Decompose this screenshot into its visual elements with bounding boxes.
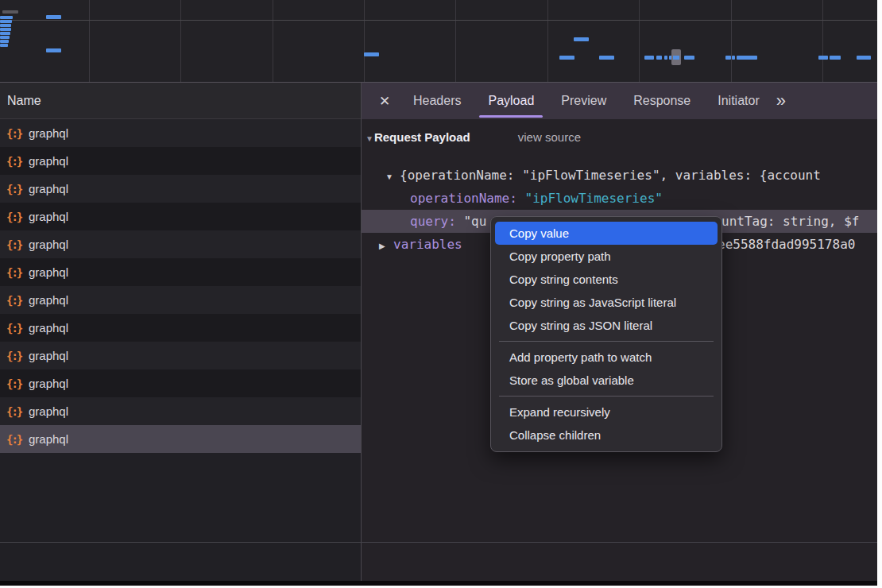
operation-name-row[interactable]: operationName: "ipFlowTimeseries" xyxy=(362,187,877,210)
grid-line xyxy=(822,0,823,82)
request-name: graphql xyxy=(29,432,68,446)
request-timing-bar xyxy=(644,56,654,60)
request-timing-bar xyxy=(0,40,9,43)
window-bottom-edge xyxy=(0,581,877,586)
section-title: Request Payload xyxy=(374,130,470,144)
request-name: graphql xyxy=(29,126,68,140)
request-timing-bar xyxy=(732,56,735,60)
context-menu-item[interactable]: Copy string contents xyxy=(495,268,718,291)
request-row[interactable]: graphql xyxy=(0,425,361,453)
request-timing-bar xyxy=(737,56,757,60)
request-timing-bar xyxy=(0,36,10,39)
request-row[interactable]: graphql xyxy=(0,286,361,314)
fetch-json-icon xyxy=(6,294,27,307)
request-timing-bar xyxy=(2,10,18,14)
context-menu-item[interactable] xyxy=(499,341,714,342)
expand-triangle-icon[interactable]: ▼ xyxy=(385,165,400,187)
property-key: variables xyxy=(393,237,462,252)
network-overview-timeline[interactable] xyxy=(0,0,877,83)
request-row[interactable]: graphql xyxy=(0,119,361,147)
summary-divider xyxy=(0,542,877,543)
menu-item-label: Copy string contents xyxy=(509,273,618,286)
request-name: graphql xyxy=(29,210,68,223)
property-key: operationName: xyxy=(410,191,517,206)
property-value-right: untTag: string, $f xyxy=(721,210,859,233)
request-row[interactable]: graphql xyxy=(0,314,361,342)
request-timing-bar xyxy=(818,56,828,60)
more-tabs-icon[interactable]: » xyxy=(776,83,786,119)
request-timing-bar xyxy=(830,56,841,60)
grid-line xyxy=(639,0,640,82)
overview-lane-divider xyxy=(0,20,877,21)
fetch-json-icon xyxy=(6,377,27,390)
menu-item-label: Store as global variable xyxy=(509,373,634,387)
detail-tab-bar: ✕ Headers Payload Preview Response Initi… xyxy=(362,83,877,119)
request-timing-bar xyxy=(0,44,8,47)
request-timing-bar xyxy=(0,20,12,23)
property-value-left: "qu xyxy=(463,214,486,229)
detail-tab[interactable]: Headers xyxy=(400,83,474,119)
detail-tab[interactable]: Payload xyxy=(474,83,547,119)
request-row[interactable]: graphql xyxy=(0,258,361,286)
context-menu-item[interactable]: Copy value xyxy=(495,222,718,245)
view-source-link[interactable]: view source xyxy=(518,130,581,144)
request-payload-section-header[interactable]: ▼ Request Payload view source xyxy=(366,130,581,144)
expand-triangle-icon[interactable]: ▶ xyxy=(379,234,393,256)
object-preview-text: {operationName: "ipFlowTimeseries", vari… xyxy=(400,168,821,183)
fetch-json-icon xyxy=(6,322,27,335)
grid-line xyxy=(364,0,365,82)
request-row[interactable]: graphql xyxy=(0,230,361,258)
detail-tab[interactable]: Preview xyxy=(547,83,620,119)
request-timing-bar xyxy=(725,56,731,60)
fetch-json-icon xyxy=(6,155,27,168)
menu-item-label: Copy value xyxy=(509,226,569,240)
detail-tab[interactable]: Initiator xyxy=(704,83,772,119)
menu-item-label: Copy property path xyxy=(509,250,611,263)
request-timing-bar xyxy=(684,56,694,60)
payload-root-row[interactable]: ▼{operationName: "ipFlowTimeseries", var… xyxy=(362,164,877,187)
request-timing-bar xyxy=(574,37,589,41)
detail-tab[interactable]: Response xyxy=(620,83,704,119)
request-timing-bar xyxy=(857,56,871,60)
request-rows: graphql graphql graphql graphql graphql … xyxy=(0,119,361,453)
collapse-triangle-icon[interactable]: ▼ xyxy=(366,134,373,143)
grid-line xyxy=(273,0,273,82)
request-row[interactable]: graphql xyxy=(0,175,361,203)
menu-item-label: Copy string as JSON literal xyxy=(509,319,652,332)
context-menu-item[interactable]: Copy property path xyxy=(495,245,718,268)
context-menu-item[interactable]: Store as global variable xyxy=(495,369,718,392)
property-value-right: ee5588fdad995178a0 xyxy=(718,233,855,256)
context-menu-item[interactable]: Collapse children xyxy=(495,424,718,447)
request-list-panel: Name graphql graphql graphql graphql gra… xyxy=(0,83,361,581)
request-timing-bar xyxy=(0,16,13,19)
tab-label: Response xyxy=(633,94,691,107)
request-row[interactable]: graphql xyxy=(0,342,361,369)
context-menu-item[interactable]: Copy string as JSON literal xyxy=(495,314,718,337)
fetch-json-icon xyxy=(6,350,27,362)
menu-item-label: Copy string as JavaScript literal xyxy=(509,296,676,309)
context-menu-items: Copy value Copy property path Copy strin… xyxy=(491,222,721,447)
request-row[interactable]: graphql xyxy=(0,203,361,230)
request-row[interactable]: graphql xyxy=(0,147,361,175)
fetch-json-icon xyxy=(6,127,27,140)
menu-item-label: Collapse children xyxy=(509,428,601,442)
property-value-string: "ipFlowTimeseries" xyxy=(525,191,663,206)
context-menu-item[interactable]: Add property path to watch xyxy=(495,346,718,369)
context-menu: Copy value Copy property path Copy strin… xyxy=(490,216,722,452)
request-row[interactable]: graphql xyxy=(0,369,361,397)
selected-request-marker xyxy=(671,49,681,65)
grid-line xyxy=(89,0,90,82)
request-name: graphql xyxy=(29,154,68,168)
request-row[interactable]: graphql xyxy=(0,397,361,425)
request-timing-bar xyxy=(46,15,61,19)
context-menu-item[interactable]: Copy string as JavaScript literal xyxy=(495,291,718,314)
grid-line xyxy=(455,0,456,82)
tab-label: Preview xyxy=(561,94,606,107)
selected-request-bar xyxy=(673,56,679,60)
context-menu-item[interactable] xyxy=(499,396,714,397)
close-icon[interactable]: ✕ xyxy=(369,93,400,110)
menu-item-label: Expand recursively xyxy=(509,405,610,419)
devtools-window: Name graphql graphql graphql graphql gra… xyxy=(0,0,882,588)
context-menu-item[interactable]: Expand recursively xyxy=(495,400,718,424)
name-column-header[interactable]: Name xyxy=(0,83,361,119)
